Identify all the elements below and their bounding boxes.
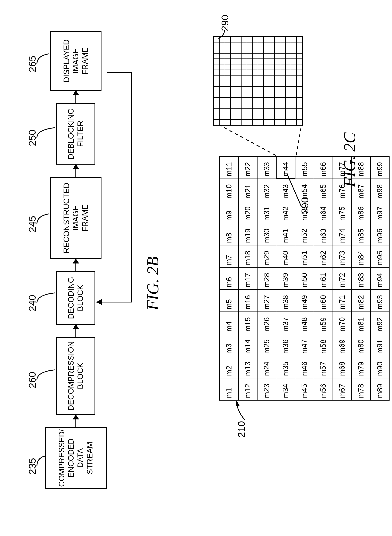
- pixel-cell: [214, 114, 219, 119]
- ref-210: 210: [236, 421, 247, 437]
- pixel-cell: [280, 64, 286, 70]
- pixel-cell: [269, 86, 275, 92]
- pixel-cell: [285, 86, 291, 92]
- pixel-cell: [275, 42, 280, 48]
- pixel-cell: [236, 92, 242, 97]
- macroblock-cell: m86: [352, 201, 370, 223]
- pixel-cell: [236, 75, 242, 81]
- pixel-cell: [241, 81, 247, 86]
- pixel-cell: [269, 81, 275, 86]
- pixel-cell: [225, 70, 230, 75]
- macroblock-cell: m23: [257, 378, 276, 400]
- pixel-cell: [258, 37, 263, 42]
- pixel-cell: [275, 81, 280, 86]
- pixel-cell: [252, 97, 258, 103]
- pixel-cell: [236, 42, 242, 48]
- pixel-cell: [263, 75, 269, 81]
- macroblock-cell: m92: [370, 312, 389, 334]
- macroblock-cell: m74: [333, 223, 352, 245]
- pixel-cell: [291, 37, 296, 42]
- macroblock-cell: m91: [370, 334, 389, 356]
- macroblock-cell: m72: [333, 267, 352, 289]
- pixel-cell: [285, 92, 291, 97]
- pixel-cell: [275, 64, 280, 70]
- pixel-cell: [296, 81, 302, 86]
- pixel-cell: [275, 75, 280, 81]
- pixel-cell: [230, 108, 236, 114]
- pixel-cell: [258, 42, 263, 48]
- pixel-cell: [219, 103, 225, 109]
- pixel-cell: [241, 64, 247, 70]
- pixel-cell: [214, 53, 219, 59]
- pixel-cell: [247, 86, 252, 92]
- pixel-cell: [219, 108, 225, 114]
- pixel-cell: [291, 75, 296, 81]
- pixel-cell: [258, 103, 263, 109]
- pixel-cell: [214, 59, 219, 64]
- macroblock-cell: m20: [238, 201, 257, 223]
- macroblock-cell: m16: [238, 289, 257, 312]
- pixel-cell: [280, 103, 286, 109]
- pixel-cell: [241, 37, 247, 42]
- pixel-cell: [236, 86, 242, 92]
- pixel-cell: [296, 70, 302, 75]
- macroblock-cell: m52: [295, 223, 314, 245]
- pixel-cell: [252, 64, 258, 70]
- pixel-cell: [269, 64, 275, 70]
- pixel-cell: [280, 86, 286, 92]
- pixel-cell: [252, 86, 258, 92]
- leader-260: [35, 366, 57, 382]
- pixel-cell: [291, 70, 296, 75]
- macroblock-cell: m63: [314, 223, 333, 245]
- pixel-cell: [225, 81, 230, 86]
- macroblock-cell: m65: [314, 179, 333, 201]
- pixel-cell: [230, 53, 236, 59]
- pixel-cell: [241, 108, 247, 114]
- pixel-cell: [296, 53, 302, 59]
- pixel-cell: [247, 103, 252, 109]
- pixel-cell: [252, 108, 258, 114]
- pixel-cell: [291, 108, 296, 114]
- pixel-cell: [219, 119, 225, 125]
- pixel-cell: [214, 42, 219, 48]
- pixel-cell: [252, 92, 258, 97]
- pixel-cell: [280, 92, 286, 97]
- block-260: DECOMPRESSION BLOCK: [56, 337, 95, 415]
- pixel-cell: [241, 103, 247, 109]
- pixel-cell: [230, 86, 236, 92]
- pixel-cell: [252, 75, 258, 81]
- macroblock-cell: m62: [314, 245, 333, 267]
- pixel-cell: [247, 97, 252, 103]
- pixel-cell: [225, 114, 230, 119]
- macroblock-cell: m58: [314, 334, 333, 356]
- macroblock-cell: m49: [295, 289, 314, 312]
- macroblock-cell: m68: [333, 356, 352, 378]
- macroblock-cell: m29: [257, 245, 276, 267]
- pixel-cell: [236, 103, 242, 109]
- zoom-leader-bot: [295, 123, 303, 156]
- pixel-cell: [275, 59, 280, 64]
- pixel-cell: [258, 59, 263, 64]
- pixel-cell: [241, 75, 247, 81]
- macroblock-cell: m21: [238, 179, 257, 201]
- pixel-cell: [280, 75, 286, 81]
- macroblock-cell: m59: [314, 312, 333, 334]
- pixel-cell: [269, 37, 275, 42]
- pixel-cell: [280, 48, 286, 53]
- pixel-cell: [285, 81, 291, 86]
- pixel-cell: [280, 114, 286, 119]
- pixel-cell: [291, 42, 296, 48]
- pixel-cell: [236, 37, 242, 42]
- macroblock-cell: m35: [276, 356, 295, 378]
- pixel-cell: [225, 92, 230, 97]
- macroblock-cell: m66: [314, 157, 333, 179]
- pixel-cell: [214, 48, 219, 53]
- leader-210: [236, 398, 250, 421]
- pixel-cell: [296, 59, 302, 64]
- pixel-cell: [230, 103, 236, 109]
- pixel-cell: [269, 48, 275, 53]
- pixel-cell: [285, 59, 291, 64]
- pixel-cell: [263, 42, 269, 48]
- pixel-cell: [219, 59, 225, 64]
- pixel-cell: [291, 48, 296, 53]
